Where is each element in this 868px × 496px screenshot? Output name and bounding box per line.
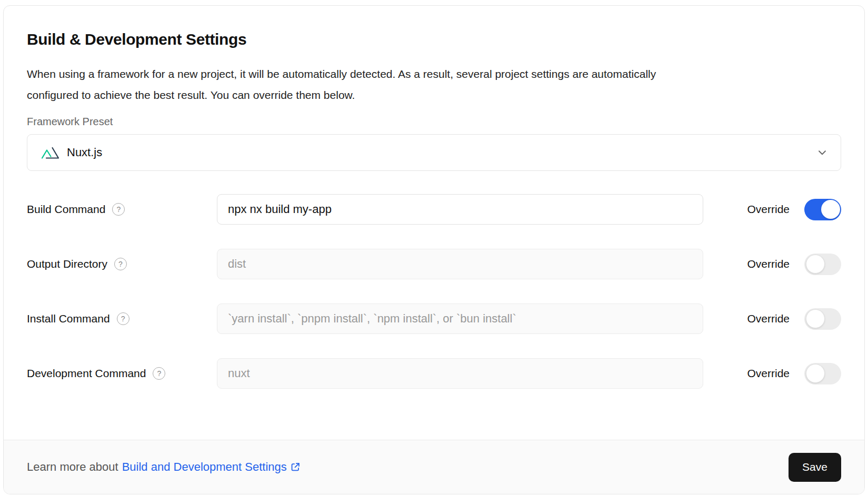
install-command-label: Install Command (27, 312, 110, 325)
card-body: Build & Development Settings When using … (4, 6, 864, 413)
external-link-icon (290, 461, 301, 473)
output-directory-label-group: Output Directory ? (27, 258, 217, 270)
footer-link-label: Build and Development Settings (122, 460, 287, 474)
development-command-label: Development Command (27, 367, 146, 380)
toggle-knob (806, 364, 825, 383)
toggle-knob (806, 309, 825, 328)
install-command-help-icon[interactable]: ? (117, 312, 129, 325)
build-command-input[interactable] (217, 194, 703, 225)
install-command-override-toggle[interactable] (804, 308, 841, 330)
install-command-label-group: Install Command ? (27, 312, 217, 325)
install-command-override-label: Override (747, 312, 790, 325)
card-description-line1: When using a framework for a new project… (27, 68, 656, 80)
install-command-override-group: Override (725, 308, 841, 330)
build-command-help-icon[interactable]: ? (112, 203, 125, 216)
build-settings-card: Build & Development Settings When using … (3, 5, 865, 494)
development-command-override-label: Override (747, 367, 790, 380)
build-command-override-group: Override (725, 199, 841, 220)
nuxt-logo-icon (41, 146, 59, 159)
build-command-row: Build Command ? Override (27, 194, 841, 225)
toggle-knob (821, 200, 840, 219)
development-command-override-toggle[interactable] (804, 363, 841, 384)
install-command-row: Install Command ? Override (27, 303, 841, 334)
card-description-line2: configured to achieve the best result. Y… (27, 89, 355, 101)
output-directory-override-label: Override (747, 258, 790, 270)
card-footer: Learn more about Build and Development S… (4, 440, 864, 494)
save-button[interactable]: Save (789, 453, 841, 482)
output-directory-input (217, 249, 703, 279)
output-directory-override-group: Override (725, 254, 841, 275)
framework-preset-label: Framework Preset (27, 115, 841, 128)
toggle-knob (806, 255, 825, 274)
settings-rows: Build Command ? Override Output Director… (27, 194, 841, 389)
output-directory-label: Output Directory (27, 258, 107, 270)
build-command-label-group: Build Command ? (27, 203, 217, 216)
development-command-help-icon[interactable]: ? (153, 367, 165, 380)
development-command-label-group: Development Command ? (27, 367, 217, 380)
development-command-override-group: Override (725, 363, 841, 384)
build-command-override-label: Override (747, 203, 790, 216)
development-command-input (217, 358, 703, 389)
framework-preset-select[interactable]: Nuxt.js (27, 134, 841, 171)
footer-text: Learn more about (27, 460, 118, 474)
card-description: When using a framework for a new project… (27, 64, 841, 106)
output-directory-row: Output Directory ? Override (27, 249, 841, 279)
framework-preset-value: Nuxt.js (67, 146, 102, 159)
output-directory-help-icon[interactable]: ? (114, 258, 127, 270)
install-command-input (217, 303, 703, 334)
build-command-label: Build Command (27, 203, 105, 216)
development-command-row: Development Command ? Override (27, 358, 841, 389)
build-settings-docs-link[interactable]: Build and Development Settings (122, 460, 301, 474)
output-directory-override-toggle[interactable] (804, 254, 841, 275)
build-command-override-toggle[interactable] (804, 199, 841, 220)
chevron-down-icon (815, 146, 829, 159)
page-title: Build & Development Settings (27, 30, 841, 49)
